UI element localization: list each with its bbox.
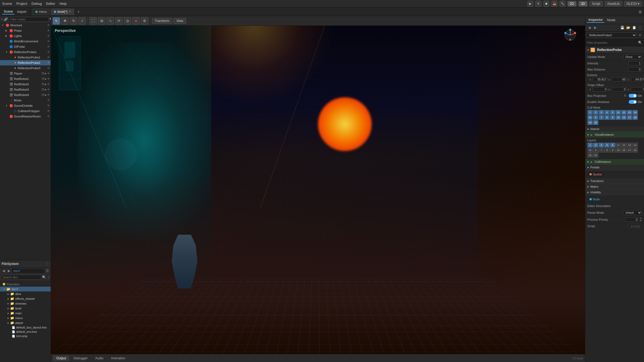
- eye-icon[interactable]: 👁: [47, 94, 50, 96]
- box-projection-refresh[interactable]: ↻: [623, 93, 628, 98]
- tree-item[interactable]: 🔴 SoundReactorRoom 👁: [0, 114, 51, 119]
- renderer-select[interactable]: GLES3 ▾: [624, 1, 642, 6]
- extents-y-value[interactable]: 50: [612, 77, 627, 82]
- anim-icon[interactable]: 🎬: [41, 77, 44, 80]
- cull-num-18[interactable]: 18: [632, 115, 638, 120]
- cull-num-13[interactable]: 13: [627, 110, 632, 115]
- visual-instance-header[interactable]: ▶ ◈ VisualInstance: [585, 132, 644, 137]
- eye-icon[interactable]: 👁: [47, 88, 50, 91]
- cull-num-10[interactable]: 10: [616, 115, 621, 120]
- fs-item[interactable]: ▶ 📁 effects_shared: [0, 296, 51, 301]
- tool-scale[interactable]: ⤢: [78, 17, 86, 25]
- tree-item[interactable]: 🎬 Player 🎬▶ 👁: [0, 71, 51, 76]
- remote-deploy-button[interactable]: 📤: [551, 1, 557, 7]
- extents-z-value[interactable]: 64.577: [631, 77, 644, 82]
- new-tab-button[interactable]: +: [75, 9, 82, 15]
- enable-shadows-toggle[interactable]: [629, 100, 637, 104]
- layer-num-3[interactable]: 3: [599, 143, 604, 147]
- layer-num-10[interactable]: 10: [616, 148, 621, 153]
- menu-editor[interactable]: Editor: [46, 2, 55, 6]
- process-priority-value[interactable]: 0: [625, 217, 639, 222]
- vis-icon[interactable]: ▶: [45, 83, 47, 86]
- tree-item[interactable]: 🔵 GIProbe 👁: [0, 44, 51, 49]
- layer-num-13[interactable]: 13: [627, 143, 632, 147]
- eye-icon[interactable]: 👁: [47, 72, 50, 75]
- cull-num-16[interactable]: 16: [621, 115, 627, 120]
- fs-item[interactable]: ▶ 📁 door: [0, 291, 51, 296]
- fs-expand-arrow[interactable]: ▶: [8, 293, 9, 295]
- insp-load-icon[interactable]: 📂: [626, 25, 631, 30]
- eye-icon[interactable]: 👁: [47, 115, 50, 118]
- eye-icon[interactable]: 👁: [47, 56, 50, 59]
- fs-options-icon[interactable]: ⋮: [47, 275, 50, 280]
- tool-more[interactable]: ⚙: [141, 17, 148, 25]
- layer-num-2[interactable]: 2: [593, 143, 598, 147]
- bottom-tab-debugger[interactable]: Debugger: [70, 356, 91, 361]
- origin-x-value[interactable]: 0: [593, 87, 608, 91]
- layer-num-8[interactable]: 8: [604, 148, 610, 153]
- eye-icon[interactable]: 👁: [47, 45, 50, 48]
- eye-icon[interactable]: 👁: [47, 110, 50, 112]
- fs-expand-arrow[interactable]: ▶: [8, 322, 9, 324]
- pause-button[interactable]: ⏸: [535, 1, 541, 7]
- tree-item[interactable]: ▶ 🔴 Lights 👁: [0, 33, 51, 39]
- tool-select[interactable]: ↖: [53, 17, 60, 25]
- cull-num-20[interactable]: 20: [593, 120, 598, 125]
- inspector-tab[interactable]: Inspector: [587, 17, 604, 23]
- eye-icon[interactable]: 👁: [47, 40, 50, 43]
- tree-item[interactable]: ⬡ CollisionPolygon 👁: [0, 108, 51, 114]
- bottom-tab-animation[interactable]: Animation: [108, 356, 128, 361]
- vis-icon[interactable]: ▶: [45, 94, 47, 96]
- cull-instance-header[interactable]: ▶ ◈ CullInstance: [585, 159, 644, 164]
- transform-header[interactable]: ▶ Transform: [585, 178, 644, 184]
- bottom-tab-output[interactable]: Output: [53, 356, 69, 361]
- fs-item[interactable]: ▶ 📁 main: [0, 311, 51, 316]
- script-value[interactable]: [empty]: [628, 224, 642, 228]
- filter-props-input[interactable]: [587, 41, 636, 44]
- pause-mode-select[interactable]: Inherit: [623, 210, 642, 215]
- tab-menu[interactable]: menu: [32, 9, 50, 15]
- fs-item[interactable]: ▶ 📁 menu: [0, 316, 51, 320]
- tool-record[interactable]: ●: [132, 17, 140, 25]
- vis-icon[interactable]: ▶: [45, 72, 47, 75]
- mode-3d-button[interactable]: 3D: [579, 1, 587, 6]
- node-tab[interactable]: Node: [605, 17, 617, 23]
- menu-help[interactable]: Help: [60, 2, 67, 6]
- tool-grid[interactable]: ⊞: [98, 17, 105, 25]
- instance-scene-button[interactable]: 🔗: [4, 17, 8, 22]
- eye-icon[interactable]: 👁: [47, 61, 50, 64]
- eye-icon[interactable]: 👁: [47, 77, 50, 80]
- cull-num-3[interactable]: 3: [599, 110, 604, 115]
- fs-item[interactable]: 📄 icon.png: [0, 334, 51, 338]
- maximize-button[interactable]: ⊠: [636, 8, 644, 16]
- tool-snap[interactable]: ⛶: [89, 17, 97, 25]
- tree-item[interactable]: ✦ ReflectionProbe3 👁: [0, 65, 51, 71]
- cull-num-6[interactable]: 6: [593, 115, 598, 120]
- node-type-select[interactable]: ReflectionProbe2: [587, 32, 636, 38]
- eye-icon[interactable]: 👁: [47, 29, 50, 32]
- update-mode-select[interactable]: Once: [623, 54, 642, 59]
- fs-expand-arrow[interactable]: ▼: [3, 288, 5, 290]
- process-priority-stepper[interactable]: ▲ ▼: [640, 217, 642, 222]
- cull-num-5[interactable]: 5: [610, 110, 615, 115]
- fs-forward-button[interactable]: ▶: [6, 268, 11, 273]
- eye-icon[interactable]: 👁: [47, 104, 50, 107]
- fs-item[interactable]: 📄 default_env.tres: [0, 330, 51, 334]
- add-node-button[interactable]: +: [1, 17, 3, 22]
- cull-num-1[interactable]: 1: [587, 110, 593, 115]
- remote-debug-button[interactable]: 🔧: [559, 1, 565, 7]
- anim-icon[interactable]: 🎬: [41, 72, 44, 75]
- cull-num-15[interactable]: 15: [587, 115, 593, 120]
- layer-num-15[interactable]: 15: [587, 148, 593, 153]
- bottom-tab-audio[interactable]: Audio: [92, 356, 107, 361]
- insp-save-icon[interactable]: 💾: [620, 25, 625, 30]
- fs-item[interactable]: ▶ 📁 enemies: [0, 301, 51, 306]
- anim-icon[interactable]: 🎬: [41, 83, 44, 86]
- tree-item[interactable]: ▼ 🔴 Structure 👁: [0, 23, 51, 28]
- eye-icon[interactable]: 👁: [47, 35, 50, 37]
- fs-layout-button[interactable]: ☰: [45, 268, 50, 273]
- layer-num-19[interactable]: 19: [587, 153, 593, 158]
- tool-camera[interactable]: ◎: [124, 17, 131, 25]
- fs-search-icon[interactable]: 🔍: [42, 275, 46, 280]
- insp-more-icon[interactable]: ⋮: [638, 25, 642, 30]
